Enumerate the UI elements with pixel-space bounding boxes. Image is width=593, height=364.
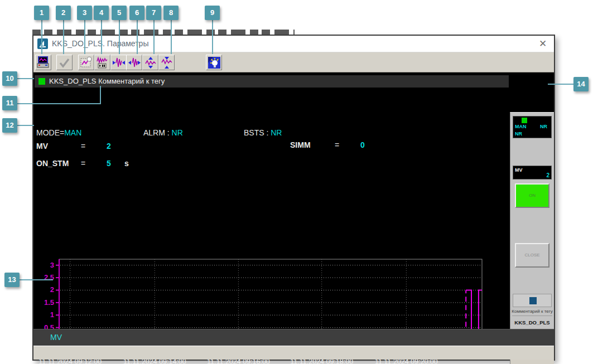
svg-text:1: 1 [50,310,54,319]
bsts-value: NR [271,128,282,137]
on-stm-value: 5 [107,159,111,168]
stretch-time-axis-button[interactable] [126,55,142,70]
parameters-window: KKS_DO_PLS. Параметры ✕ [32,35,555,361]
faceplate-divider [512,316,552,316]
callout-line-12 [17,125,34,126]
callout-badge-5: 5 [112,6,127,20]
squeeze-value-axis-button[interactable] [142,55,158,70]
faceplate-bsts: NR [515,131,522,137]
callout-badge-10: 10 [2,71,17,86]
theme-lamp-button[interactable] [206,55,222,70]
on-stm-unit: s [124,159,129,168]
svg-text:3: 3 [50,261,54,269]
confirm-button[interactable] [56,55,73,70]
callout-badge-9: 9 [205,6,220,20]
trend-run-pause-button[interactable] [94,55,110,70]
squeeze-value-axis-icon [144,56,157,69]
callout-line-11 [17,103,101,104]
titlebar: KKS_DO_PLS. Параметры ✕ [33,36,554,52]
alrm-row: ALRM : NR [143,128,183,137]
confirm-check-icon [58,56,71,69]
bsts-row: BSTS : NR [244,128,282,137]
stretch-value-axis-button[interactable] [158,55,175,70]
faceplate-alrm: NR [540,124,547,129]
faceplate-mv-label: MV [515,167,523,173]
callout-line-13 [19,279,53,280]
callout-badge-2: 2 [56,6,71,20]
callout-line-1 [41,20,42,54]
callout-badge-4: 4 [94,6,109,20]
faceplate-status-square-icon [522,118,527,123]
stretch-value-axis-icon [160,56,173,69]
legend-strip: MV [33,329,554,346]
theme-lamp-icon [208,56,221,69]
faceplate-indicator-box[interactable] [513,294,552,307]
callout-badge-1: 1 [34,6,49,20]
legend-mv-label: MV [50,333,62,342]
squeeze-time-axis-button[interactable] [110,55,127,70]
callout-badge-6: 6 [129,6,144,20]
callout-badge-8: 8 [163,6,179,20]
squeeze-time-axis-icon [112,56,126,69]
toolbar [33,53,554,72]
mv-label: MV [36,142,48,151]
clipped-background-text [32,30,295,35]
on-stm-label: ON_STM [36,159,69,168]
callout-badge-12: 12 [2,118,17,133]
simm-label: SIMM [290,140,311,149]
callout-badge-7: 7 [146,6,161,20]
navy-square-icon [529,297,537,304]
callout-line-6 [137,20,138,54]
callout-badge-11: 11 [2,96,17,110]
callout-line-14 [548,84,573,85]
screenshot-root: KKS_DO_PLS. Параметры ✕ [0,0,593,364]
mv-eq: = [81,142,85,151]
on-stm-eq: = [81,159,85,168]
app-icon [37,38,48,49]
alrm-label: ALRM : [143,128,170,137]
close-icon[interactable]: ✕ [536,37,549,51]
faceplate-status-box: MAN NR NR [513,116,552,138]
callout-line-3 [84,20,85,54]
close-command-button[interactable]: CLOSE [515,243,549,268]
faceplate-kks: KKS_DO_PLS [510,319,554,326]
callout-line-2 [63,20,64,54]
window-title: KKS_DO_PLS. Параметры [52,39,148,48]
status-bar [33,346,554,360]
svg-text:2: 2 [50,285,54,294]
trend-run-pause-icon [96,56,109,69]
faceplate-mv-value: 2 [546,172,549,178]
callout-line-10 [17,78,34,79]
faceplate-comment: Комментарий к тегу [510,309,554,314]
faceplate-mode: MAN [515,124,527,129]
callout-badge-13: 13 [4,273,20,287]
bsts-label: BSTS : [244,128,268,137]
stretch-time-axis-icon [128,56,141,69]
alrm-value: NR [172,128,183,137]
callout-line-7 [153,20,155,54]
faceplate-mv-box: MV 2 [513,166,552,179]
callout-badge-3: 3 [77,6,92,20]
screenshot-print-icon [37,56,50,69]
mode-value: MAN [64,128,81,137]
callout-line-4 [101,20,102,54]
mode-label: MODE= [36,128,64,137]
callout-badge-14: 14 [573,77,589,91]
on-button[interactable]: ON [515,183,549,208]
tag-status-square-icon [38,78,45,85]
svg-text:1.5: 1.5 [44,298,54,307]
faceplate-panel: MAN NR NR MV 2 ON CLOSE Комментарий к те… [510,112,554,364]
tag-header: KKS_DO_PLS Комментарий к тегу [35,75,509,88]
screenshot-print-button[interactable] [35,55,51,70]
chart-image-button[interactable] [78,55,94,70]
callout-line-9 [212,20,213,54]
chart-image-icon [80,56,93,69]
mode-row: MODE=MAN [36,128,81,137]
main-area: KKS_DO_PLS Комментарий к тегу MODE=MAN A… [33,72,554,329]
callout-line-5 [119,20,120,54]
callout-line-11b [100,86,101,104]
tag-kks: KKS_DO_PLS [49,77,97,85]
tag-comment: Комментарий к тегу [98,77,165,85]
simm-value: 0 [360,140,365,149]
mv-value: 2 [107,142,111,151]
